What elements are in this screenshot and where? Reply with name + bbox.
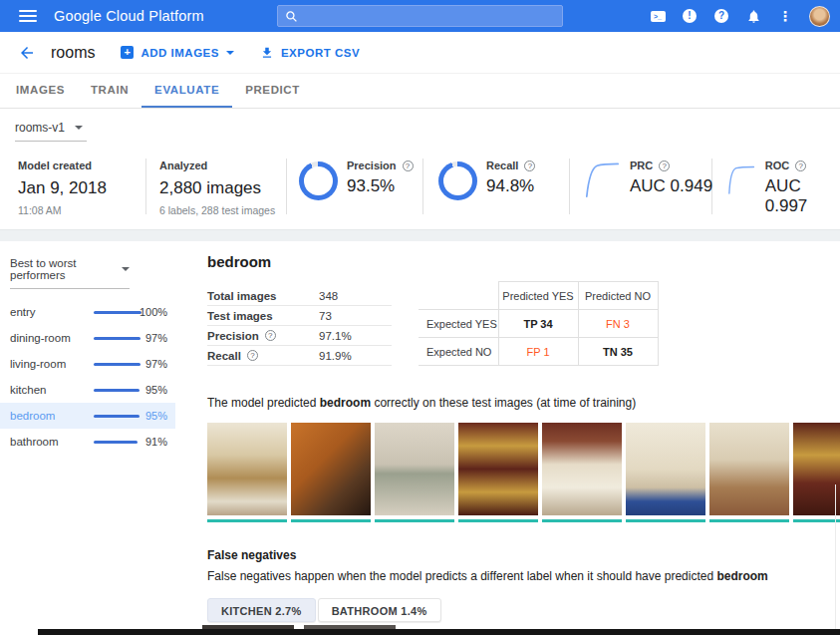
- sidebar-item-bedroom[interactable]: bedroom 95%: [0, 403, 175, 429]
- false-positive-cell: FP 1: [498, 338, 578, 366]
- help-icon[interactable]: ?: [795, 160, 806, 171]
- confusion-matrix: Predicted YES Predicted NO Expected YES …: [419, 281, 659, 366]
- false-negatives-title: False negatives: [207, 548, 840, 562]
- tab-predict[interactable]: PREDICT: [232, 74, 313, 108]
- true-negative-cell: TN 35: [578, 338, 658, 366]
- bedroom-photo-8-image[interactable]: [793, 423, 840, 515]
- bedroom-photo-2[interactable]: [291, 423, 371, 522]
- bedroom-photo-3[interactable]: [375, 423, 454, 522]
- help-icon[interactable]: ?: [265, 330, 276, 341]
- matrix-row-header: Expected YES: [419, 310, 498, 338]
- bedroom-photo-4[interactable]: [458, 423, 538, 522]
- performance-bar: [94, 363, 140, 366]
- more-options-icon[interactable]: ⋮: [777, 8, 793, 24]
- tab-evaluate[interactable]: EVALUATE: [141, 74, 232, 108]
- chip-kitchen[interactable]: KITCHEN 2.7%: [207, 598, 316, 622]
- sidebar-item-kitchen[interactable]: kitchen 95%: [0, 377, 175, 403]
- sidebar-item-living-room[interactable]: living-room 97%: [0, 351, 175, 377]
- analyzed-block: Analyzed 2,880 images 6 labels, 288 test…: [159, 159, 275, 216]
- bedroom-photo-7[interactable]: [709, 423, 789, 522]
- bedroom-photo-4-image[interactable]: [458, 423, 538, 515]
- false-negatives-description: False negatives happen when the model pr…: [207, 569, 840, 583]
- add-images-label: ADD IMAGES: [140, 47, 218, 59]
- bedroom-photo-5[interactable]: [542, 423, 622, 522]
- evaluation-summary: Model created Jan 9, 2018 11:08 AM Analy…: [0, 146, 840, 229]
- model-created-time: 11:08 AM: [18, 204, 107, 216]
- analyzed-count: 2,880 images: [159, 178, 275, 198]
- prc-label: PRC: [630, 159, 653, 171]
- table-row: Recall? 91.9%: [207, 346, 392, 366]
- help-icon[interactable]: ?: [247, 350, 258, 361]
- tab-train[interactable]: TRAIN: [78, 74, 141, 108]
- feedback-icon[interactable]: !: [682, 8, 698, 24]
- screen-bottom-edge: [38, 629, 840, 635]
- matrix-col-header: Predicted YES: [498, 282, 578, 310]
- bedroom-photo-6-image[interactable]: [626, 423, 705, 515]
- menu-icon[interactable]: [19, 10, 37, 22]
- help-icon[interactable]: ?: [524, 160, 535, 171]
- search-bar[interactable]: [277, 5, 563, 27]
- correct-predictions-caption: The model predicted bedroom correctly on…: [207, 396, 840, 410]
- search-input[interactable]: [304, 9, 562, 23]
- table-row: Total images 348: [207, 286, 392, 306]
- dataset-toolbar: rooms + ADD IMAGES EXPORT CSV: [0, 32, 840, 74]
- bedroom-photo-8[interactable]: [793, 423, 840, 522]
- model-version-value: rooms-v1: [15, 121, 65, 135]
- bedroom-photo-3-image[interactable]: [375, 423, 454, 515]
- chevron-down-icon: [122, 267, 130, 271]
- recall-value: 94.8%: [486, 176, 535, 196]
- false-negatives-block: False negatives False negatives happen w…: [207, 548, 840, 622]
- ground-truth-bar: [207, 519, 287, 522]
- bedroom-photo-2-image[interactable]: [291, 423, 371, 515]
- chevron-down-icon: [226, 51, 234, 55]
- recall-block: Recall ? 94.8%: [438, 159, 535, 200]
- section-divider: [0, 229, 840, 241]
- help-icon[interactable]: ?: [659, 160, 670, 171]
- bedroom-photo-6[interactable]: [626, 423, 705, 522]
- bedroom-photo-7-image[interactable]: [709, 423, 789, 515]
- help-icon[interactable]: ?: [713, 8, 729, 24]
- ground-truth-bar: [542, 519, 622, 522]
- scroll-gutter: [835, 484, 836, 635]
- export-csv-button[interactable]: EXPORT CSV: [260, 46, 360, 60]
- bedroom-photo-1-image[interactable]: [207, 423, 287, 515]
- top-app-bar: Google Cloud Platform >_ ! ? ⋮: [0, 0, 840, 32]
- ground-truth-bar: [793, 519, 840, 522]
- avatar[interactable]: [809, 6, 830, 27]
- help-icon[interactable]: ?: [403, 160, 414, 171]
- roc-curve-icon: [725, 161, 756, 199]
- label-evaluation-section: Best to worst performers entry 100% dini…: [0, 241, 840, 635]
- bedroom-photo-1[interactable]: [207, 423, 287, 522]
- add-images-button[interactable]: + ADD IMAGES: [121, 46, 233, 59]
- analyzed-sub: 6 labels, 288 test images: [159, 204, 275, 216]
- label-sidebar: Best to worst performers entry 100% dini…: [0, 241, 175, 455]
- ground-truth-bar: [709, 519, 789, 522]
- topbar-actions: >_ ! ? ⋮: [650, 0, 830, 32]
- recall-label: Recall: [486, 159, 518, 171]
- sidebar-item-entry[interactable]: entry 100%: [0, 299, 175, 325]
- sidebar-item-dining-room[interactable]: dining-room 97%: [0, 325, 175, 351]
- table-row: Precision? 97.1%: [207, 326, 392, 346]
- cloud-shell-icon[interactable]: >_: [650, 8, 666, 24]
- sort-order-value: Best to worst performers: [10, 257, 112, 281]
- notifications-bell-icon[interactable]: [745, 8, 761, 24]
- precision-block: Precision ? 93.5%: [299, 159, 414, 200]
- roc-auc-value: AUC 0.997: [765, 176, 840, 216]
- model-created-block: Model created Jan 9, 2018 11:08 AM: [18, 159, 107, 216]
- product-name: Google Cloud Platform: [54, 8, 204, 24]
- false-negative-chips: KITCHEN 2.7% BATHROOM 1.4%: [207, 598, 840, 622]
- sort-order-select[interactable]: Best to worst performers: [10, 257, 130, 289]
- matrix-col-header: Predicted NO: [578, 282, 658, 310]
- label-stats-table: Total images 348 Test images 73 Precisio…: [207, 286, 392, 366]
- sidebar-item-bathroom[interactable]: bathroom 91%: [0, 429, 175, 455]
- bedroom-photo-5-image[interactable]: [542, 423, 622, 515]
- page-title: rooms: [51, 44, 95, 62]
- tab-images[interactable]: IMAGES: [3, 74, 78, 108]
- ground-truth-bar: [291, 519, 371, 522]
- model-version-select[interactable]: rooms-v1: [15, 121, 87, 142]
- label-detail-panel: bedroom Total images 348 Test images 73 …: [207, 241, 840, 622]
- chip-bathroom[interactable]: BATHROOM 1.4%: [318, 598, 441, 622]
- matrix-row-header: Expected NO: [419, 338, 498, 366]
- model-created-date: Jan 9, 2018: [18, 178, 107, 198]
- back-button[interactable]: [18, 44, 36, 62]
